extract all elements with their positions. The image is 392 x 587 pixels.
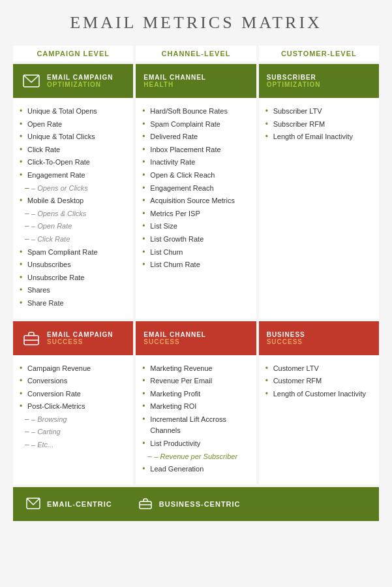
list-item: Post-Click-Metrics <box>20 401 127 413</box>
list-item: Spam Compliant Rate <box>20 247 127 259</box>
section-2-col-1-list: Campaign Revenue Conversions Conversion … <box>20 363 127 451</box>
list-item: List Churn Rate <box>142 259 249 271</box>
section-1-header-cell-1: EMAIL CAMPAIGN OPTIMIZATION <box>13 64 133 98</box>
email-icon <box>21 71 42 91</box>
list-item: Click Rate <box>20 144 127 156</box>
list-item: – Opens or Clicks <box>20 183 127 195</box>
list-item: Marketing Revenue <box>142 363 249 375</box>
section-2: EMAIL CAMPAIGN SUCCESS EMAIL CHANNEL SUC… <box>13 321 379 484</box>
section-2-header-text-2: EMAIL CHANNEL SUCCESS <box>143 331 206 345</box>
list-item: Subscriber RFM <box>265 119 372 131</box>
list-item: Length of Email Inactivity <box>265 131 372 143</box>
list-item: Engagement Rate <box>20 170 127 182</box>
footer: EMAIL-CENTRIC BUSINESS-CENTRIC <box>13 487 379 521</box>
list-item: Delivered Rate <box>142 131 249 143</box>
main-title: EMAIL METRICS MATRIX <box>13 13 379 33</box>
footer-item-business: BUSINESS-CENTRIC <box>138 496 241 512</box>
list-item: Length of Customer Inactivity <box>265 389 372 400</box>
section-2-col-2-list: Marketing Revenue Revenue Per Email Mark… <box>142 363 249 475</box>
col-header-1: CAMPAIGN LEVEL <box>13 46 133 61</box>
list-item: – Opens & Clicks <box>20 208 127 220</box>
list-item: Unique & Total Opens <box>20 106 127 118</box>
col-header-3: CUSTOMER-LEVEL <box>259 46 379 61</box>
briefcase-icon <box>21 328 42 349</box>
list-item: Conversions <box>20 375 127 387</box>
section-1-content: Unique & Total Opens Open Rate Unique & … <box>13 98 379 319</box>
section-2-header-text-3: BUSINESS SUCCESS <box>267 331 305 345</box>
section-2-col-1: Campaign Revenue Conversions Conversion … <box>13 355 133 484</box>
list-item: Metrics Per ISP <box>142 208 249 220</box>
list-item: Unsubscribes <box>20 259 127 271</box>
list-item: Conversion Rate <box>20 389 127 400</box>
list-item: Lead Generation <box>142 464 249 475</box>
list-item: Unique & Total Clicks <box>20 131 127 143</box>
section-2-col-3: Customer LTV Customer RFM Length of Cust… <box>259 355 379 484</box>
list-item: Hard/Soft Bounce Rates <box>142 106 249 118</box>
section-2-header: EMAIL CAMPAIGN SUCCESS EMAIL CHANNEL SUC… <box>13 321 379 355</box>
section-2-header-cell-1: EMAIL CAMPAIGN SUCCESS <box>13 321 133 355</box>
list-item: List Productivity <box>142 438 249 450</box>
section-1-header-text-2: EMAIL CHANNEL HEALTH <box>143 74 206 88</box>
col-header-2: CHANNEL-LEVEL <box>136 46 256 61</box>
list-item: Engagement Reach <box>142 183 249 195</box>
section-1-col-3: Subscriber LTV Subscriber RFM Length of … <box>259 98 379 319</box>
list-item: – Revenue per Subscriber <box>142 451 249 463</box>
section-1-header-text-3: SUBSCRIBER OPTIMIZATION <box>267 74 321 88</box>
page: EMAIL METRICS MATRIX CAMPAIGN LEVEL CHAN… <box>0 0 392 587</box>
section-1-header-cell-3: SUBSCRIBER OPTIMIZATION <box>259 64 379 98</box>
list-item: Unsubscribe Rate <box>20 272 127 284</box>
list-item: Spam Complaint Rate <box>142 119 249 131</box>
section-1-header-cell-2: EMAIL CHANNEL HEALTH <box>136 64 256 98</box>
list-item: Customer RFM <box>265 375 372 387</box>
footer-email-label: EMAIL-CENTRIC <box>47 500 112 508</box>
list-item: Marketing Profit <box>142 389 249 400</box>
list-item: – Open Rate <box>20 221 127 232</box>
footer-item-email: EMAIL-CENTRIC <box>26 496 112 512</box>
section-1-col-2-list: Hard/Soft Bounce Rates Spam Complaint Ra… <box>142 106 249 271</box>
footer-business-label: BUSINESS-CENTRIC <box>159 500 241 508</box>
section-2-header-cell-2: EMAIL CHANNEL SUCCESS <box>136 321 256 355</box>
list-item: Inactivity Rate <box>142 157 249 168</box>
list-item: Subscriber LTV <box>265 106 372 118</box>
list-item: Customer LTV <box>265 363 372 375</box>
list-item: Acquisition Source Metrics <box>142 195 249 207</box>
list-item: Incremental Lift Accross Channels <box>142 414 249 437</box>
list-item: – Click Rate <box>20 234 127 246</box>
list-item: Marketing ROI <box>142 401 249 413</box>
list-item: List Growth Rate <box>142 234 249 246</box>
section-2-content: Campaign Revenue Conversions Conversion … <box>13 355 379 484</box>
section-1-header-text-1: EMAIL CAMPAIGN OPTIMIZATION <box>47 74 113 88</box>
section-1-col-1-list: Unique & Total Opens Open Rate Unique & … <box>20 106 127 309</box>
list-item: – Carting <box>20 426 127 438</box>
section-2-col-3-list: Customer LTV Customer RFM Length of Cust… <box>265 363 372 400</box>
section-1-col-1: Unique & Total Opens Open Rate Unique & … <box>13 98 133 319</box>
section-1-header: EMAIL CAMPAIGN OPTIMIZATION EMAIL CHANNE… <box>13 64 379 98</box>
section-2-col-2: Marketing Revenue Revenue Per Email Mark… <box>136 355 256 484</box>
section-1-col-2: Hard/Soft Bounce Rates Spam Complaint Ra… <box>136 98 256 319</box>
list-item: Inbox Placement Rate <box>142 144 249 156</box>
list-item: Share Rate <box>20 298 127 309</box>
list-item: List Size <box>142 221 249 232</box>
list-item: Campaign Revenue <box>20 363 127 375</box>
list-item: Mobile & Desktop <box>20 195 127 207</box>
list-item: List Churn <box>142 247 249 259</box>
footer-email-icon <box>26 496 40 512</box>
section-2-header-text-1: EMAIL CAMPAIGN SUCCESS <box>47 331 113 345</box>
list-item: Click-To-Open Rate <box>20 157 127 168</box>
section-1-col-3-list: Subscriber LTV Subscriber RFM Length of … <box>265 106 372 143</box>
footer-briefcase-icon <box>138 496 153 512</box>
section-2-header-cell-3: BUSINESS SUCCESS <box>259 321 379 355</box>
section-1: EMAIL CAMPAIGN OPTIMIZATION EMAIL CHANNE… <box>13 64 379 319</box>
list-item: Open & Click Reach <box>142 170 249 182</box>
column-headers: CAMPAIGN LEVEL CHANNEL-LEVEL CUSTOMER-LE… <box>13 46 379 61</box>
list-item: – Browsing <box>20 414 127 426</box>
list-item: Shares <box>20 285 127 296</box>
list-item: Open Rate <box>20 119 127 131</box>
list-item: Revenue Per Email <box>142 375 249 387</box>
list-item: – Etc... <box>20 439 127 451</box>
